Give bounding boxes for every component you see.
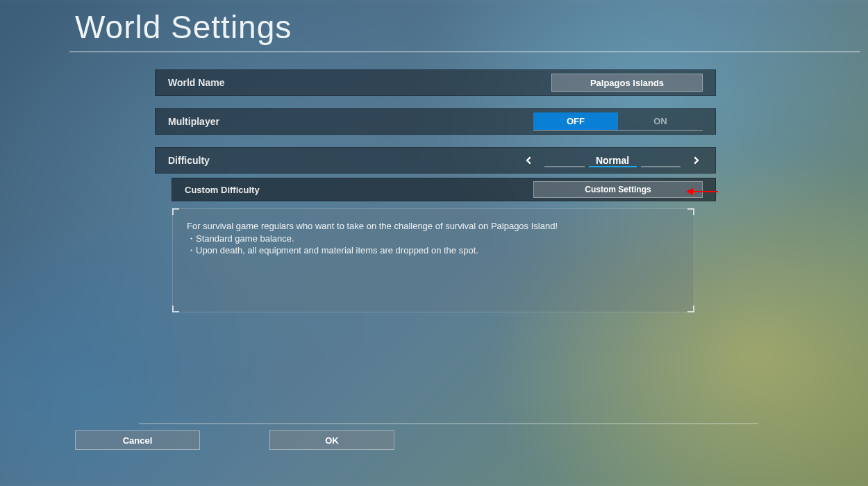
world-name-label: World Name <box>168 77 224 88</box>
ok-button[interactable]: OK <box>269 430 394 450</box>
world-settings-page: World Settings World Name Palpagos Islan… <box>0 0 868 486</box>
description-line-3: ・Upon death, all equipment and material … <box>187 244 680 257</box>
world-name-field[interactable]: Palpagos Islands <box>551 74 703 92</box>
chevron-left-icon[interactable] <box>522 153 536 167</box>
custom-settings-button[interactable]: Custom Settings <box>533 181 703 198</box>
difficulty-track: Normal <box>544 153 681 167</box>
page-title: World Settings <box>75 8 292 46</box>
footer-divider <box>139 424 758 424</box>
annotation-arrow-icon <box>686 188 718 195</box>
chevron-right-icon[interactable] <box>689 153 703 167</box>
cancel-button[interactable]: Cancel <box>75 430 200 450</box>
multiplayer-off-option[interactable]: OFF <box>533 112 618 130</box>
title-divider <box>69 51 860 53</box>
row-world-name: World Name Palpagos Islands <box>155 69 716 96</box>
row-custom-difficulty: Custom Difficulty Custom Settings <box>172 178 716 201</box>
difficulty-description-box: For survival game regulars who want to t… <box>172 208 694 312</box>
row-multiplayer: Multiplayer OFF ON <box>155 108 716 135</box>
description-line-2: ・Standard game balance. <box>187 233 680 245</box>
multiplayer-on-option[interactable]: ON <box>618 112 703 130</box>
multiplayer-toggle: OFF ON <box>533 112 703 131</box>
row-difficulty: Difficulty Normal <box>155 147 716 174</box>
footer-buttons: Cancel OK <box>75 430 394 450</box>
difficulty-value: Normal <box>596 155 629 166</box>
multiplayer-label: Multiplayer <box>168 116 219 127</box>
description-line-1: For survival game regulars who want to t… <box>187 220 680 233</box>
difficulty-label: Difficulty <box>168 155 210 166</box>
custom-difficulty-label: Custom Difficulty <box>185 185 260 195</box>
settings-panel: World Name Palpagos Islands Multiplayer … <box>155 69 716 210</box>
difficulty-selector: Normal <box>522 153 703 167</box>
